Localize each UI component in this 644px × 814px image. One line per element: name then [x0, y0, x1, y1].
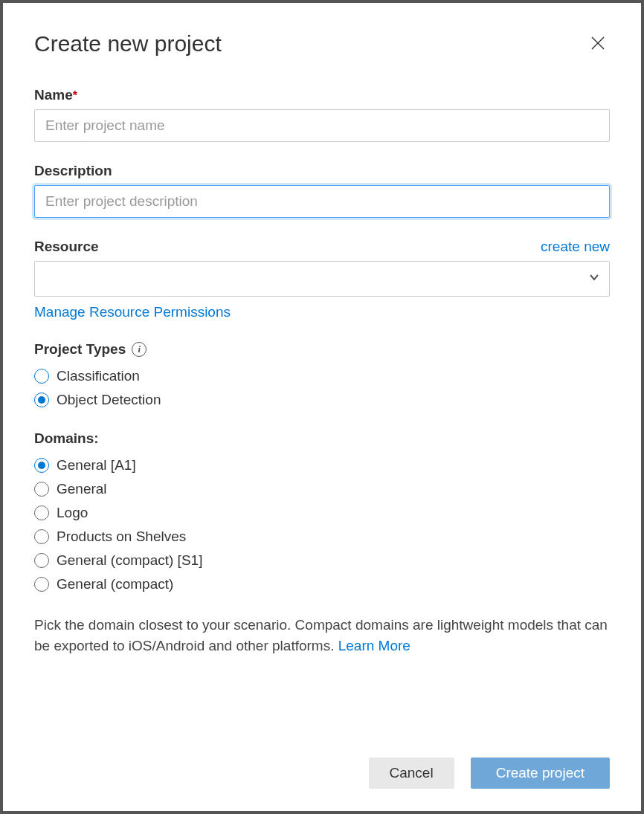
radio-label: General [A1] — [57, 457, 136, 474]
project-types-section: Project Types i Classification Object De… — [34, 341, 610, 430]
radio-label: Object Detection — [57, 392, 161, 408]
domains-section: Domains: General [A1] General Logo Produ… — [34, 430, 610, 656]
radio-object-detection[interactable]: Object Detection — [34, 392, 610, 408]
create-project-button[interactable]: Create project — [471, 758, 610, 789]
radio-icon — [34, 458, 49, 473]
name-label: Name — [34, 87, 73, 103]
radio-icon — [34, 553, 49, 568]
domains-radio-group: General [A1] General Logo Products on Sh… — [34, 457, 610, 592]
description-input[interactable] — [34, 185, 610, 218]
resource-field: Resource create new Manage Resource Perm… — [34, 239, 610, 320]
resource-label: Resource — [34, 239, 99, 255]
close-button[interactable] — [586, 31, 610, 57]
radio-icon — [34, 505, 49, 520]
create-new-resource-link[interactable]: create new — [541, 239, 610, 255]
radio-label: Products on Shelves — [57, 529, 186, 545]
resource-select[interactable] — [34, 261, 610, 297]
domains-label: Domains: — [34, 430, 99, 447]
radio-domain-general-compact[interactable]: General (compact) — [34, 576, 610, 592]
description-label: Description — [34, 163, 112, 179]
radio-label: General (compact) [S1] — [57, 552, 202, 569]
radio-icon — [34, 482, 49, 497]
create-project-dialog: Create new project Name* Description Res… — [3, 3, 641, 811]
name-input[interactable] — [34, 109, 610, 142]
radio-icon — [34, 393, 49, 407]
radio-icon — [34, 577, 49, 592]
project-types-radio-group: Classification Object Detection — [34, 368, 610, 408]
description-field: Description — [34, 163, 610, 218]
domains-help-text: Pick the domain closest to your scenario… — [34, 615, 610, 656]
dialog-title: Create new project — [34, 31, 222, 56]
radio-domain-logo[interactable]: Logo — [34, 505, 610, 521]
radio-domain-products-on-shelves[interactable]: Products on Shelves — [34, 529, 610, 545]
name-field: Name* — [34, 87, 610, 142]
radio-label: Classification — [57, 368, 140, 384]
radio-label: General (compact) — [57, 576, 173, 592]
close-icon — [589, 34, 607, 52]
project-types-label: Project Types — [34, 341, 126, 358]
cancel-button[interactable]: Cancel — [369, 758, 454, 789]
radio-classification[interactable]: Classification — [34, 368, 610, 384]
learn-more-link[interactable]: Learn More — [338, 638, 410, 653]
help-text-body: Pick the domain closest to your scenario… — [34, 617, 608, 653]
radio-domain-general[interactable]: General — [34, 481, 610, 497]
dialog-header: Create new project — [34, 31, 610, 57]
manage-permissions-link[interactable]: Manage Resource Permissions — [34, 304, 231, 320]
radio-label: General — [57, 481, 107, 497]
dialog-footer: Cancel Create project — [34, 735, 610, 789]
radio-label: Logo — [57, 505, 88, 521]
radio-icon — [34, 529, 49, 544]
info-icon[interactable]: i — [132, 342, 146, 357]
radio-icon — [34, 369, 49, 384]
radio-domain-general-a1[interactable]: General [A1] — [34, 457, 610, 474]
radio-domain-general-compact-s1[interactable]: General (compact) [S1] — [34, 552, 610, 569]
required-mark: * — [73, 89, 77, 102]
